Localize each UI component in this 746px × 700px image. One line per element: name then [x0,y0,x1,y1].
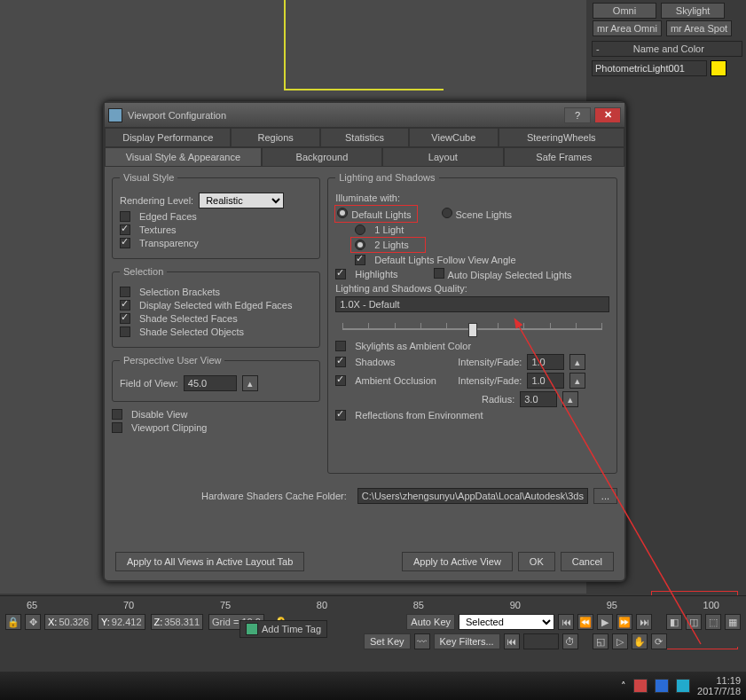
titlebar[interactable]: Viewport Configuration ? ✕ [105,103,624,128]
cancel-button[interactable]: Cancel [561,552,614,571]
btn-mr-area-omni[interactable]: mr Area Omni [593,20,662,36]
apply-active-button[interactable]: Apply to Active View [402,552,513,571]
radius-input[interactable] [520,391,557,407]
object-name-input[interactable] [592,60,707,76]
intfade1-input[interactable] [527,354,564,370]
chk-highlights[interactable] [335,269,346,279]
chk-viewport-clipping[interactable] [112,422,122,433]
x-value[interactable]: 50.326 [59,617,89,627]
pan-icon[interactable]: ✋ [632,633,648,649]
nav-icon-6[interactable]: ▷ [612,633,628,649]
chk-dsef[interactable] [120,300,130,311]
tab-visual-style[interactable]: Visual Style & Appearance [105,147,262,166]
intfade1-spin[interactable]: ▴ [569,354,585,370]
taskbar[interactable]: ˄ 11:19 2017/7/18 [0,672,746,700]
cache-browse-button[interactable]: ... [593,488,617,504]
team-slider[interactable] [335,316,609,337]
nav-icon-3[interactable]: ⬚ [705,614,721,630]
help-button[interactable]: ? [564,107,591,123]
cache-path-input[interactable] [357,488,588,504]
tab-regions[interactable]: Regions [231,128,319,146]
lock-selection-icon[interactable]: 🔒 [5,614,21,630]
auto-key-button[interactable]: Auto Key [406,614,455,630]
frame-input[interactable] [523,633,559,649]
chk-textures[interactable] [120,224,130,235]
selection-legend: Selection [120,266,167,277]
chk-shadows[interactable] [335,357,346,367]
nav-icon-5[interactable]: ◱ [593,633,609,649]
keyframe-icon[interactable]: ⏮ [504,633,520,649]
tick: 70 [123,600,134,610]
nav-icon-4[interactable]: ▦ [725,614,741,630]
tag-icon [246,623,258,635]
add-time-tag[interactable]: Add Time Tag [240,620,327,638]
y-label: Y: [101,617,110,627]
close-button[interactable]: ✕ [594,107,621,123]
lbl-viewport-clipping: Viewport Clipping [131,422,207,433]
radio-default-lights[interactable] [337,208,348,218]
tray-icon-2[interactable] [655,679,669,693]
ok-button[interactable]: OK [518,552,555,571]
chk-follow-angle[interactable] [355,255,365,265]
radio-2-lights[interactable] [355,240,365,250]
chk-brackets[interactable] [120,287,130,297]
tab-display-performance[interactable]: Display Performance [105,128,231,146]
rollout-header[interactable]: - Name and Color [592,41,742,57]
key-mode-icon[interactable]: 〰 [414,633,430,649]
btn-skylight[interactable]: Skylight [661,3,725,19]
tab-statistics[interactable]: Statistics [320,128,409,146]
btn-mr-area-spot[interactable]: mr Area Spot [666,20,732,36]
taskbar-clock[interactable]: 11:19 2017/7/18 [697,675,741,696]
goto-start-icon[interactable]: ⏮ [558,614,574,630]
play-icon[interactable]: ▶ [597,614,613,630]
object-color-swatch[interactable] [711,60,726,76]
apply-all-button[interactable]: Apply to All Views in Active Layout Tab [115,552,304,571]
intfade2-input[interactable] [527,373,564,389]
nav-icon-1[interactable]: ◧ [666,614,682,630]
tab-safe-frames[interactable]: Safe Frames [504,147,624,166]
radio-1-light[interactable] [355,224,365,235]
radio-scene-lights[interactable] [442,208,452,218]
tab-steeringwheels[interactable]: SteeringWheels [499,128,624,146]
collapse-toggle[interactable]: - [596,43,600,54]
chk-disable-view[interactable] [112,409,122,420]
chk-refl[interactable] [335,410,346,421]
tab-background[interactable]: Background [262,147,382,166]
chk-skylights[interactable] [335,341,346,351]
next-frame-icon[interactable]: ⏩ [616,614,632,630]
y-value[interactable]: 92.412 [112,617,142,627]
orbit-icon[interactable]: ⟳ [651,633,667,649]
tray-icon-3[interactable] [676,679,690,693]
key-filter-select[interactable]: Selected [459,614,554,630]
tray-icon-1[interactable] [633,679,648,693]
coord-icon[interactable]: ✥ [25,614,41,630]
chk-autodisp[interactable] [434,268,444,279]
fov-input[interactable] [184,375,237,391]
slider-thumb[interactable] [468,323,477,337]
chk-sso[interactable] [120,326,130,337]
tab-viewcube[interactable]: ViewCube [409,128,498,146]
time-ruler[interactable]: 65 70 75 80 85 90 95 100 [0,596,746,610]
tray-chevron-icon[interactable]: ˄ [621,680,626,692]
fov-spinner[interactable]: ▴ [242,375,258,391]
chk-ao[interactable] [335,375,346,386]
tab-layout[interactable]: Layout [382,147,503,166]
set-key-button[interactable]: Set Key [364,633,411,649]
btn-omni[interactable]: Omni [593,3,656,19]
clock-date: 2017/7/18 [697,686,741,696]
goto-end-icon[interactable]: ⏭ [636,614,652,630]
radius-spin[interactable]: ▴ [562,391,578,407]
key-filters-button[interactable]: Key Filters... [434,633,500,649]
chk-ssf[interactable] [120,313,130,324]
z-value[interactable]: 358.311 [164,617,200,627]
rendering-level-select[interactable]: Realistic [199,193,284,208]
quality-value[interactable] [335,296,609,312]
chk-edged-faces[interactable] [120,211,130,222]
prev-frame-icon[interactable]: ⏪ [577,614,593,630]
intfade2-spin[interactable]: ▴ [569,373,585,389]
chk-transparency[interactable] [120,238,130,248]
time-config-icon[interactable]: ⏱ [562,633,578,649]
lbl-intfade2: Intensity/Fade: [458,375,522,386]
lbl-radius: Radius: [452,394,514,405]
nav-icon-2[interactable]: ◫ [686,614,702,630]
